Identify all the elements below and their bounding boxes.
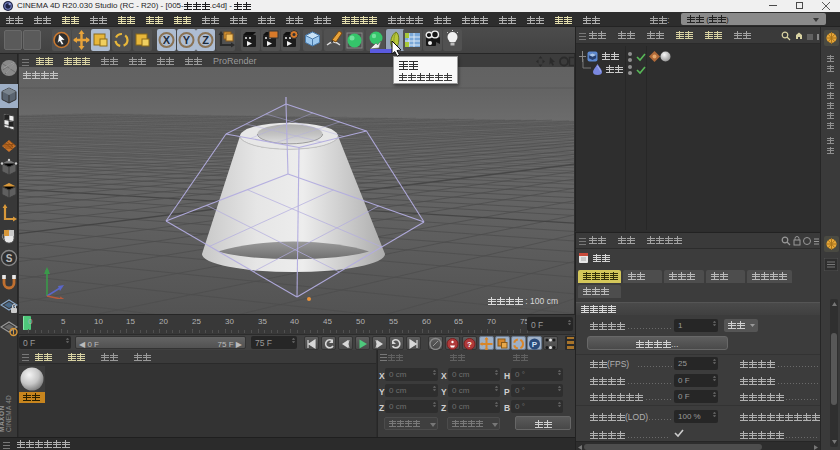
svg-text:P: P: [532, 340, 538, 349]
svg-text:?: ?: [467, 340, 472, 349]
svg-text:Z: Z: [202, 34, 209, 46]
svg-text:S: S: [6, 253, 13, 264]
svg-text:Y: Y: [182, 34, 190, 46]
svg-text:X: X: [163, 34, 171, 46]
